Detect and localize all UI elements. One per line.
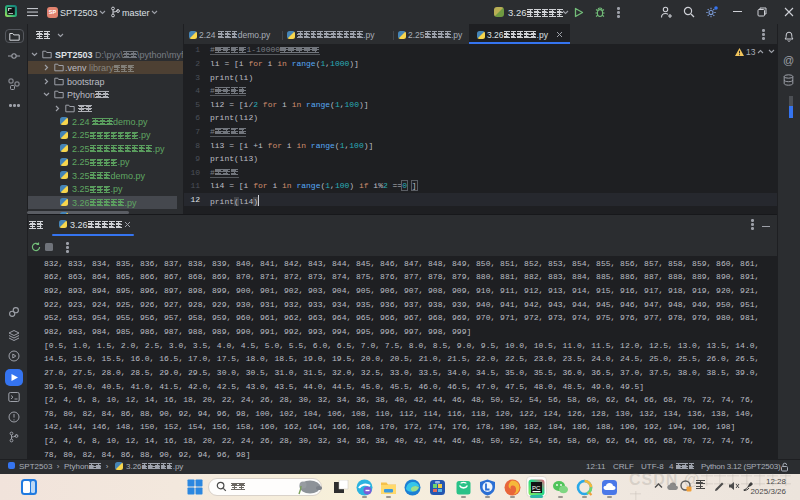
svg-text:PC: PC	[532, 485, 541, 491]
